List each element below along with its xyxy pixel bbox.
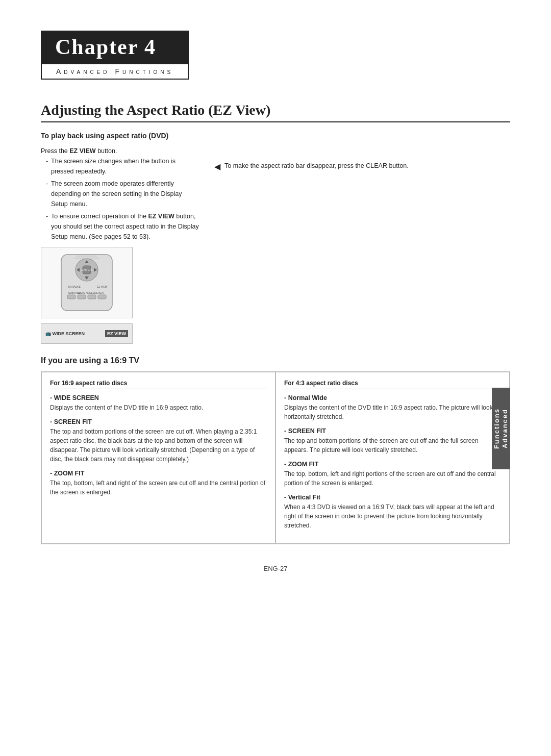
mode-item-zoom-fit-2: - ZOOM FIT The top, bottom, left and rig… <box>284 461 501 488</box>
side-tab-text: AdvancedFunctions <box>493 408 509 449</box>
page-wrapper: AdvancedFunctions Chapter 4 Advanced Fun… <box>41 31 510 572</box>
mode-item-screen-fit-1: - SCREEN FIT The top and bottom portions… <box>50 418 267 464</box>
mode-desc-vertical-fit: When a 4:3 DVD is viewed on a 16:9 TV, b… <box>284 502 501 530</box>
modes-col-4-3: For 4:3 aspect ratio discs - Normal Wide… <box>276 372 510 544</box>
bullet-2: The screen zoom mode operates differentl… <box>46 179 199 209</box>
tip-text: To make the aspect ratio bar disappear, … <box>224 161 409 171</box>
mode-desc-zoom-fit-1: The top, bottom, left and right of the s… <box>50 478 267 497</box>
mode-desc-screen-fit-1: The top and bottom portions of the scree… <box>50 427 267 464</box>
instruction-intro: Press the EZ VIEW button. <box>41 146 199 156</box>
bar-right-label: EZ VIEW <box>105 330 128 337</box>
svg-text:AUDIO: AUDIO <box>77 291 85 294</box>
mode-item-screen-fit-2: - SCREEN FIT The top and bottom portions… <box>284 427 501 455</box>
mode-item-vertical-fit: - Vertical Fit When a 4:3 DVD is viewed … <box>284 494 501 530</box>
mode-title-zoom-fit-2: - ZOOM FIT <box>284 461 501 468</box>
mode-desc-screen-fit-2: The top and bottom portions of the scree… <box>284 436 501 455</box>
mode-title-wide-screen: - WIDE SCREEN <box>50 394 267 401</box>
bullet-3: To ensure correct operation of the EZ VI… <box>46 211 199 242</box>
widescreen-bar: 📺 WIDE SCREEN EZ VIEW <box>41 323 133 344</box>
mode-item-wide-screen: - WIDE SCREEN Displays the content of th… <box>50 394 267 412</box>
chapter-subtitle: Advanced Functions <box>41 63 189 80</box>
svg-rect-17 <box>98 295 106 299</box>
svg-text:ANGLE: ANGLE <box>86 291 95 294</box>
mode-item-zoom-fit-1: - ZOOM FIT The top, bottom, left and rig… <box>50 470 267 497</box>
modes-col-16-9: For 16:9 aspect ratio discs - WIDE SCREE… <box>41 372 276 544</box>
mode-title-screen-fit-1: - SCREEN FIT <box>50 418 267 425</box>
side-tab: AdvancedFunctions <box>492 388 510 469</box>
tip-row: ◀ To make the aspect ratio bar disappear… <box>214 161 510 171</box>
section1-heading: To play back using aspect ratio (DVD) <box>41 132 510 140</box>
section1-left: Press the EZ VIEW button. The screen siz… <box>41 146 199 344</box>
mode-title-screen-fit-2: - SCREEN FIT <box>284 427 501 435</box>
svg-text:KARAOKE: KARAOKE <box>68 285 81 288</box>
col2-header: For 4:3 aspect ratio discs <box>284 380 501 389</box>
tip-arrow-icon: ◀ <box>214 162 220 171</box>
mode-item-normal-wide: - Normal Wide Displays the content of th… <box>284 394 501 421</box>
remote-illustration: ENTER KARAOKE EZ VIEW SUBTITLE AUDIO ANG… <box>41 247 133 318</box>
mode-title-vertical-fit: - Vertical Fit <box>284 494 501 501</box>
section1-right: ◀ To make the aspect ratio bar disappear… <box>214 146 510 344</box>
bullet-1: The screen size changes when the button … <box>46 156 199 177</box>
mode-desc-normal-wide: Displays the content of the DVD title in… <box>284 403 501 421</box>
remote-svg: ENTER KARAOKE EZ VIEW SUBTITLE AUDIO ANG… <box>46 252 128 313</box>
svg-text:ENTER: ENTER <box>82 268 92 271</box>
mode-title-zoom-fit-1: - ZOOM FIT <box>50 470 267 477</box>
svg-text:REPEAT: REPEAT <box>94 291 105 294</box>
chapter-header: Chapter 4 Advanced Functions <box>41 31 189 80</box>
section2-heading: If you are using a 16:9 TV <box>41 356 510 365</box>
instruction-bullets: The screen size changes when the button … <box>41 156 199 242</box>
chapter-title: Chapter 4 <box>41 31 189 63</box>
svg-rect-14 <box>67 295 76 299</box>
svg-text:EZ VIEW: EZ VIEW <box>97 285 108 288</box>
mode-desc-wide-screen: Displays the content of the DVD title in… <box>50 403 267 412</box>
instruction-block: Press the EZ VIEW button. The screen siz… <box>41 146 199 242</box>
mode-desc-zoom-fit-2: The top, bottom, left and right portions… <box>284 469 501 488</box>
page-title: Adjusting the Aspect Ratio (EZ View) <box>41 102 510 122</box>
page-number: ENG-27 <box>41 565 510 572</box>
section1-content: Press the EZ VIEW button. The screen siz… <box>41 146 510 344</box>
svg-rect-16 <box>88 295 96 299</box>
col1-header: For 16:9 aspect ratio discs <box>50 380 267 389</box>
bar-label: 📺 WIDE SCREEN <box>45 331 85 336</box>
svg-rect-15 <box>78 295 86 299</box>
modes-grid: For 16:9 aspect ratio discs - WIDE SCREE… <box>41 371 510 544</box>
mode-title-normal-wide: - Normal Wide <box>284 394 501 401</box>
